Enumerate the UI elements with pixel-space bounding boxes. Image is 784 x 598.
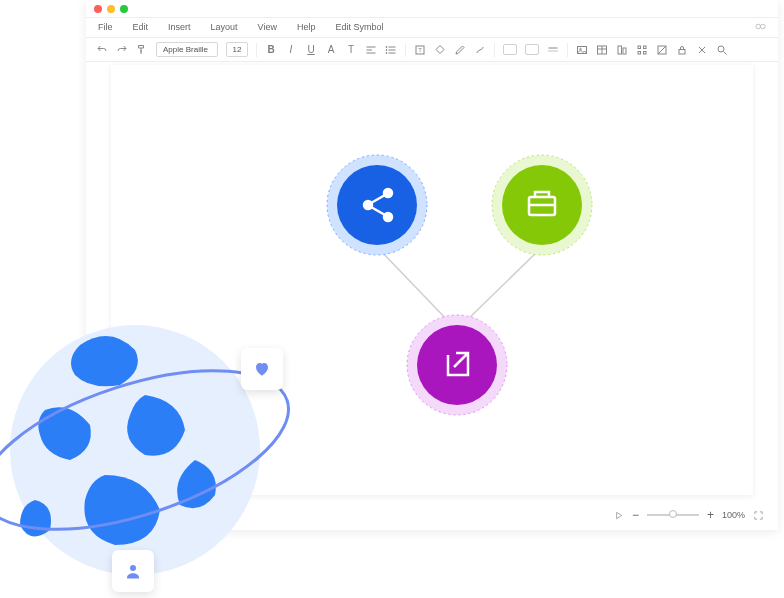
- undo-icon[interactable]: [96, 44, 108, 56]
- svg-line-30: [724, 51, 727, 54]
- font-size-select[interactable]: 12: [226, 42, 248, 57]
- connector-icon[interactable]: [474, 44, 486, 56]
- pen-icon[interactable]: [454, 44, 466, 56]
- maximize-window-icon[interactable]: [120, 5, 128, 13]
- list-icon[interactable]: [385, 44, 397, 56]
- italic-button[interactable]: I: [285, 44, 297, 56]
- svg-point-29: [718, 46, 724, 52]
- fill-icon[interactable]: [434, 44, 446, 56]
- tools-icon[interactable]: [696, 44, 708, 56]
- zoom-in-button[interactable]: +: [707, 508, 714, 522]
- menu-help[interactable]: Help: [297, 22, 316, 32]
- svg-point-9: [386, 49, 387, 50]
- color-swatch-1[interactable]: [503, 44, 517, 55]
- image-icon[interactable]: [576, 44, 588, 56]
- line-style-icon[interactable]: [547, 44, 559, 56]
- canvas[interactable]: [111, 65, 753, 495]
- svg-rect-24: [638, 51, 641, 54]
- svg-rect-23: [644, 46, 647, 49]
- user-icon: [124, 562, 142, 580]
- diagram-node-open[interactable]: [407, 315, 507, 415]
- svg-point-33: [337, 165, 417, 245]
- zoom-out-button[interactable]: −: [632, 508, 639, 522]
- menu-file[interactable]: File: [98, 22, 113, 32]
- menu-edit-symbol[interactable]: Edit Symbol: [335, 22, 383, 32]
- svg-marker-46: [617, 512, 622, 518]
- svg-text:T: T: [418, 47, 422, 53]
- svg-point-10: [386, 52, 387, 53]
- close-window-icon[interactable]: [94, 5, 102, 13]
- font-select[interactable]: Apple Braille: [156, 42, 218, 57]
- diagram-connectors: [377, 247, 542, 325]
- bold-button[interactable]: B: [265, 44, 277, 56]
- heart-card: [241, 348, 283, 390]
- menu-view[interactable]: View: [258, 22, 277, 32]
- table-icon[interactable]: [596, 44, 608, 56]
- svg-point-50: [130, 565, 136, 571]
- svg-rect-25: [644, 51, 647, 54]
- svg-rect-15: [578, 46, 587, 53]
- menu-edit[interactable]: Edit: [133, 22, 149, 32]
- extra-icon[interactable]: [755, 21, 766, 32]
- heart-icon: [253, 360, 271, 378]
- diagram-node-share[interactable]: [327, 155, 427, 255]
- svg-point-1: [761, 24, 766, 29]
- svg-rect-21: [623, 48, 626, 54]
- color-swatch-2[interactable]: [525, 44, 539, 55]
- presentation-icon[interactable]: [613, 510, 624, 521]
- fullscreen-icon[interactable]: [753, 510, 764, 521]
- font-color-button[interactable]: A: [325, 44, 337, 56]
- lock-icon[interactable]: [676, 44, 688, 56]
- menubar: File Edit Insert Layout View Help Edit S…: [86, 18, 778, 38]
- zoom-level: 100%: [722, 510, 745, 520]
- svg-line-27: [658, 46, 666, 54]
- zoom-bar: − + 100%: [613, 508, 764, 522]
- align-left-icon[interactable]: [365, 44, 377, 56]
- menu-layout[interactable]: Layout: [211, 22, 238, 32]
- user-card: [112, 550, 154, 592]
- titlebar: [86, 0, 778, 18]
- no-fill-icon[interactable]: [656, 44, 668, 56]
- svg-point-0: [756, 24, 761, 29]
- search-icon[interactable]: [716, 44, 728, 56]
- underline-button[interactable]: U: [305, 44, 317, 56]
- diagram-node-briefcase[interactable]: [492, 155, 592, 255]
- svg-point-8: [386, 46, 387, 47]
- text-tool-icon[interactable]: T: [414, 44, 426, 56]
- menu-insert[interactable]: Insert: [168, 22, 191, 32]
- app-window: File Edit Insert Layout View Help Edit S…: [86, 0, 778, 530]
- svg-rect-22: [638, 46, 641, 49]
- format-painter-icon[interactable]: [136, 44, 148, 56]
- toolbar: Apple Braille 12 B I U A T T: [86, 38, 778, 62]
- svg-rect-28: [679, 49, 685, 54]
- zoom-slider[interactable]: [647, 514, 699, 516]
- distribute-icon[interactable]: [636, 44, 648, 56]
- minimize-window-icon[interactable]: [107, 5, 115, 13]
- text-size-button[interactable]: T: [345, 44, 357, 56]
- redo-icon[interactable]: [116, 44, 128, 56]
- svg-rect-20: [618, 46, 622, 54]
- align-shape-icon[interactable]: [616, 44, 628, 56]
